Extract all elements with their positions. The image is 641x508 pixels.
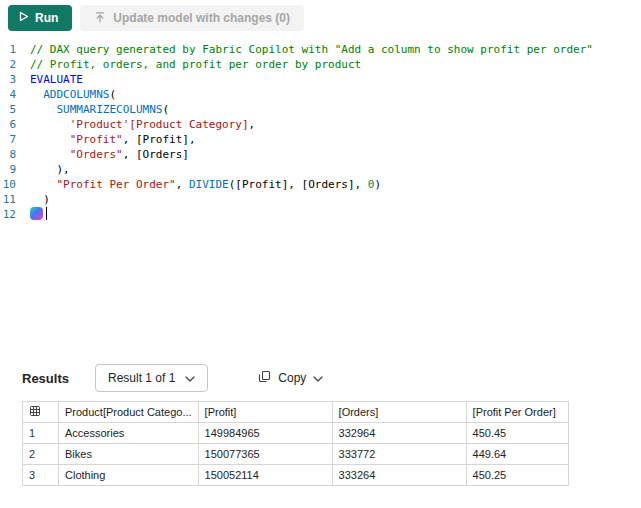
toolbar: Run Update model with changes (0)	[8, 5, 304, 31]
text-cursor	[46, 207, 47, 220]
editor-line[interactable]: 8 "Orders", [Orders]	[0, 147, 641, 162]
line-number: 12	[0, 207, 30, 222]
line-number: 7	[0, 132, 30, 147]
row-number: 3	[23, 465, 59, 486]
table-cell[interactable]: Bikes	[59, 444, 199, 465]
column-header[interactable]: Product[Product Catego...	[59, 402, 199, 423]
table-row[interactable]: 2Bikes150077365333772449.64	[23, 444, 569, 465]
play-icon	[18, 11, 29, 25]
run-button-label: Run	[35, 11, 58, 25]
result-selector-value: Result 1 of 1	[108, 371, 175, 385]
line-number: 1	[0, 42, 30, 57]
table-row[interactable]: 1Accessories149984965332964450.45	[23, 423, 569, 444]
editor-line[interactable]: 3EVALUATE	[0, 72, 641, 87]
line-number: 10	[0, 177, 30, 192]
line-number: 6	[0, 117, 30, 132]
table-cell[interactable]: Accessories	[59, 423, 199, 444]
results-title: Results	[22, 371, 69, 386]
upload-arrow-icon	[94, 11, 106, 26]
line-number: 3	[0, 72, 30, 87]
row-number: 1	[23, 423, 59, 444]
editor-line[interactable]: 2// Profit, orders, and profit per order…	[0, 57, 641, 72]
editor-line[interactable]: 6 'Product'[Product Category],	[0, 117, 641, 132]
editor-line[interactable]: 9 ),	[0, 162, 641, 177]
column-header[interactable]: [Profit]	[198, 402, 332, 423]
editor-line[interactable]: 5 SUMMARIZECOLUMNS(	[0, 102, 641, 117]
editor-line[interactable]: 11 )	[0, 192, 641, 207]
line-number: 4	[0, 87, 30, 102]
row-number: 2	[23, 444, 59, 465]
copy-icon	[258, 370, 271, 386]
line-number: 5	[0, 102, 30, 117]
copy-button-label: Copy	[278, 371, 306, 385]
copy-button[interactable]: Copy	[250, 364, 331, 392]
table-header-row: Product[Product Catego...[Profit][Orders…	[23, 402, 569, 423]
table-row[interactable]: 3Clothing150052114333264450.25	[23, 465, 569, 486]
table-cell[interactable]: 333772	[332, 444, 466, 465]
chevron-down-icon	[313, 371, 323, 385]
line-number: 2	[0, 57, 30, 72]
table-cell[interactable]: 333264	[332, 465, 466, 486]
table-cell[interactable]: 450.45	[466, 423, 568, 444]
line-number: 8	[0, 147, 30, 162]
table-cell[interactable]: 332964	[332, 423, 466, 444]
column-header[interactable]: [Profit Per Order]	[466, 402, 568, 423]
chevron-down-icon	[185, 371, 195, 385]
table-cell[interactable]: 450.25	[466, 465, 568, 486]
code-editor[interactable]: 1// DAX query generated by Fabric Copilo…	[0, 40, 641, 358]
results-bar: Results Result 1 of 1 Copy	[22, 364, 331, 392]
editor-line[interactable]: 7 "Profit", [Profit],	[0, 132, 641, 147]
table-cell[interactable]: 150052114	[198, 465, 332, 486]
table-cell[interactable]: 149984965	[198, 423, 332, 444]
column-header[interactable]: [Orders]	[332, 402, 466, 423]
editor-line[interactable]: 10 "Profit Per Order", DIVIDE([Profit], …	[0, 177, 641, 192]
table-cell[interactable]: Clothing	[59, 465, 199, 486]
line-number: 9	[0, 162, 30, 177]
run-button[interactable]: Run	[8, 5, 72, 31]
result-selector-dropdown[interactable]: Result 1 of 1	[95, 364, 208, 392]
update-model-label: Update model with changes (0)	[113, 11, 290, 25]
table-cell[interactable]: 449.64	[466, 444, 568, 465]
results-table: Product[Product Catego...[Profit][Orders…	[22, 401, 569, 486]
editor-line[interactable]: 1// DAX query generated by Fabric Copilo…	[0, 42, 641, 57]
editor-line[interactable]: 12	[0, 207, 641, 222]
update-model-button[interactable]: Update model with changes (0)	[80, 5, 304, 31]
table-grid-icon	[23, 402, 59, 423]
line-number: 11	[0, 192, 30, 207]
dax-query-view: Run Update model with changes (0) 1// DA…	[0, 0, 641, 508]
copilot-icon[interactable]	[30, 207, 43, 220]
editor-line[interactable]: 4 ADDCOLUMNS(	[0, 87, 641, 102]
table-cell[interactable]: 150077365	[198, 444, 332, 465]
